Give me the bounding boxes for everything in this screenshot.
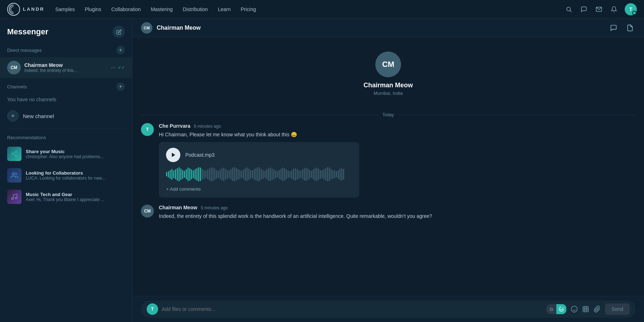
new-channel-plus-icon: + bbox=[7, 110, 19, 122]
chat-header: CM Chairman Meow bbox=[132, 19, 644, 37]
add-channel-button[interactable]: + bbox=[116, 82, 125, 91]
rec-share-music[interactable]: Share your Music christopher: Also anyon… bbox=[0, 143, 132, 165]
mail-icon[interactable] bbox=[595, 5, 603, 14]
day-label: Today bbox=[382, 112, 394, 117]
dm-avatar: CM bbox=[7, 61, 21, 74]
grammarly-badge[interactable]: G bbox=[546, 304, 566, 314]
nav-distribution[interactable]: Distribution bbox=[183, 6, 208, 12]
grammarly-g-icon: G bbox=[546, 304, 556, 314]
nav-plugins[interactable]: Plugins bbox=[85, 6, 101, 12]
nav-samples[interactable]: Samples bbox=[55, 6, 75, 12]
top-nav: LANDR Samples Plugins Collaboration Mast… bbox=[0, 0, 644, 19]
chat-contact-name: Chairman Meow bbox=[157, 25, 201, 31]
share-icon[interactable] bbox=[582, 306, 589, 313]
message-text-1: Hi Chairman, Please let me know what you… bbox=[159, 131, 635, 138]
svg-rect-16 bbox=[583, 307, 589, 312]
nav-collaboration[interactable]: Collaboration bbox=[111, 6, 141, 12]
profile-location: Mumbai, India bbox=[374, 91, 403, 96]
play-button[interactable] bbox=[166, 148, 180, 162]
search-icon[interactable] bbox=[565, 5, 573, 14]
svg-point-5 bbox=[12, 153, 14, 155]
channels-label: Channels bbox=[7, 84, 27, 89]
chat-icon-button[interactable] bbox=[608, 23, 619, 33]
audio-filename: Podcast.mp3 bbox=[185, 152, 215, 158]
channels-header: Channels + bbox=[0, 78, 132, 94]
message-group-1: T Che Purrvara 6 minutes ago Hi Chairman… bbox=[141, 123, 635, 197]
message-input[interactable] bbox=[162, 306, 543, 312]
input-avatar: T bbox=[147, 303, 158, 315]
rec-info: Looking for Collaborators LUCA: Looking … bbox=[26, 170, 125, 181]
sidebar-header: Messenger bbox=[0, 19, 132, 42]
dm-info: Chairman Meow Indeed, the entirety of th… bbox=[24, 62, 107, 73]
svg-point-4 bbox=[15, 151, 17, 153]
nav-learn[interactable]: Learn bbox=[218, 6, 231, 12]
rec-thumb-3 bbox=[7, 190, 21, 204]
more-options-icon[interactable]: ··· bbox=[111, 64, 116, 71]
day-divider: Today bbox=[141, 112, 635, 117]
rec-music-tech[interactable]: Music Tech and Gear Axel: Hi, Thank you … bbox=[0, 186, 132, 208]
send-button[interactable]: Send bbox=[605, 303, 630, 315]
day-line-right bbox=[398, 115, 635, 115]
input-tools: G bbox=[546, 303, 630, 315]
svg-point-9 bbox=[12, 173, 15, 175]
waveform bbox=[166, 167, 352, 181]
direct-messages-label: Direct messages bbox=[7, 48, 42, 53]
recommendations-section: Recommendations Share your Music christo… bbox=[0, 131, 132, 208]
audio-top: Podcast.mp3 bbox=[166, 148, 352, 162]
file-icon-button[interactable] bbox=[625, 23, 635, 33]
message-time-1: 6 minutes ago bbox=[194, 124, 221, 129]
grammarly-score bbox=[556, 304, 566, 314]
svg-point-13 bbox=[571, 306, 577, 312]
rec-thumb-1 bbox=[7, 147, 21, 161]
svg-point-10 bbox=[12, 198, 14, 200]
message-header-2: Chairman Meow 5 minutes ago bbox=[159, 205, 635, 210]
message-group-2: CM Chairman Meow 5 minutes ago Indeed, t… bbox=[141, 205, 635, 220]
nav-mastering[interactable]: Mastering bbox=[151, 6, 172, 12]
nav-links: Samples Plugins Collaboration Mastering … bbox=[55, 6, 565, 12]
rec-info: Music Tech and Gear Axel: Hi, Thank you … bbox=[26, 192, 125, 202]
svg-point-6 bbox=[15, 155, 17, 157]
message-avatar-1: T bbox=[141, 123, 154, 136]
nav-pricing[interactable]: Pricing bbox=[241, 6, 256, 12]
compose-button[interactable] bbox=[113, 26, 125, 38]
message-text-2: Indeed, the entirety of this splendid wo… bbox=[159, 213, 635, 220]
logo-text: LANDR bbox=[23, 6, 45, 12]
direct-messages-header: Direct messages + bbox=[0, 42, 132, 57]
add-dm-button[interactable]: + bbox=[116, 46, 125, 54]
bell-icon[interactable] bbox=[610, 5, 618, 14]
message-content-1: Che Purrvara 6 minutes ago Hi Chairman, … bbox=[159, 123, 635, 197]
logo[interactable]: LANDR bbox=[7, 3, 45, 16]
new-channel-button[interactable]: + New channel bbox=[0, 107, 132, 125]
rec-preview: LUCA: Looking for collaborators for new.… bbox=[26, 176, 125, 181]
rec-preview: Axel: Hi, Thank you Blaine I appreciate … bbox=[26, 197, 125, 202]
rec-preview: christopher: Also anyone had problems... bbox=[26, 154, 125, 159]
message-header-1: Che Purrvara 6 minutes ago bbox=[159, 123, 635, 129]
nav-actions: T bbox=[565, 3, 637, 15]
recommendations-label: Recommendations bbox=[0, 131, 132, 143]
seen-icon: ✓✓ bbox=[118, 65, 125, 70]
day-line-left bbox=[141, 115, 378, 115]
contact-profile: CM Chairman Meow Mumbai, India bbox=[141, 44, 635, 107]
attach-icon[interactable] bbox=[594, 306, 601, 313]
rec-name: Share your Music bbox=[26, 149, 125, 154]
user-avatar-nav[interactable]: T bbox=[625, 3, 637, 15]
add-comments-button[interactable]: + Add comments bbox=[166, 185, 352, 192]
dm-chairman-meow[interactable]: CM Chairman Meow Indeed, the entirety of… bbox=[0, 57, 132, 78]
rec-name: Music Tech and Gear bbox=[26, 192, 125, 197]
message-time-2: 5 minutes ago bbox=[201, 205, 228, 210]
dm-preview: Indeed, the entirety of this... bbox=[24, 68, 107, 73]
chat-input-area: T G bbox=[132, 296, 644, 322]
dm-actions: ··· ✓✓ bbox=[111, 64, 125, 71]
chat-area: CM Chairman Meow CM Chairman Meow Mumbai… bbox=[132, 19, 644, 322]
chat-messages: CM Chairman Meow Mumbai, India Today T C… bbox=[132, 37, 644, 296]
emoji-icon[interactable] bbox=[571, 306, 578, 313]
svg-line-7 bbox=[13, 154, 15, 155]
main-area: Messenger Direct messages + CM Chairman … bbox=[0, 19, 644, 322]
rec-name: Looking for Collaborators bbox=[26, 170, 125, 176]
dm-name: Chairman Meow bbox=[24, 62, 107, 68]
svg-line-8 bbox=[13, 152, 15, 153]
chat-icon[interactable] bbox=[580, 5, 588, 14]
svg-point-1 bbox=[567, 7, 571, 11]
rec-collaborators[interactable]: Looking for Collaborators LUCA: Looking … bbox=[0, 165, 132, 186]
svg-marker-12 bbox=[172, 153, 175, 157]
